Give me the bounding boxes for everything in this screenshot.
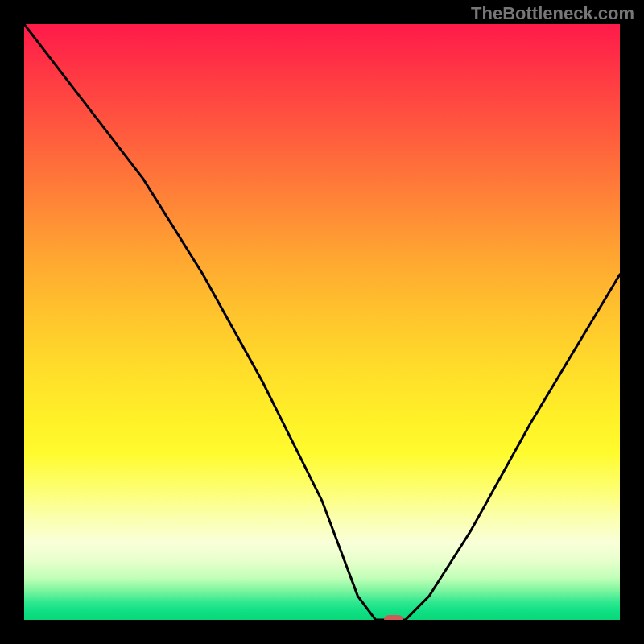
gradient-background	[24, 24, 620, 620]
chart-container: TheBottleneck.com	[0, 0, 644, 644]
optimum-marker	[384, 615, 403, 620]
plot-area	[24, 24, 620, 620]
watermark-text: TheBottleneck.com	[471, 3, 634, 24]
